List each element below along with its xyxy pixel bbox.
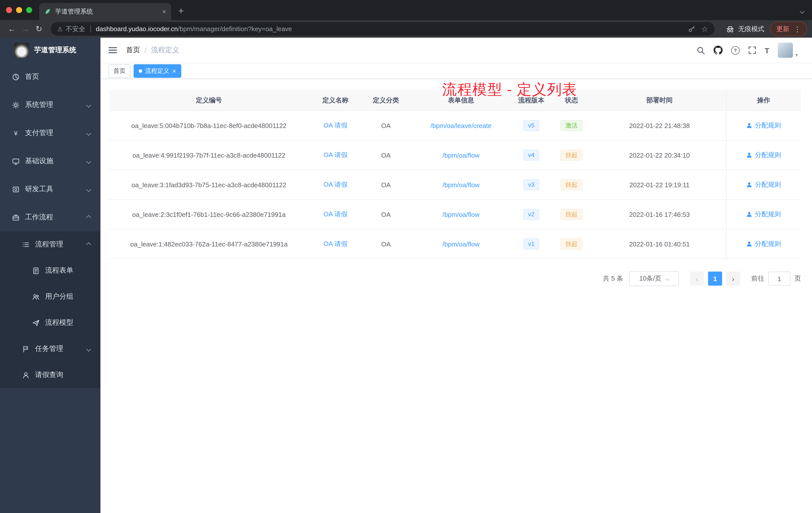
new-tab-button[interactable]: + <box>178 5 184 17</box>
goto-label: 前往 <box>751 274 764 283</box>
form-link[interactable]: /bpm/oa/flow <box>442 181 479 188</box>
sidebar-item-devtools[interactable]: 研发工具 <box>0 175 100 203</box>
breadcrumb-home[interactable]: 首页 <box>126 46 140 55</box>
browser-tab[interactable]: 芋道管理系统 × <box>39 3 171 20</box>
status-badge: 挂起 <box>560 150 582 161</box>
page-size-select[interactable]: 10条/页 <box>629 271 679 286</box>
pagination: 共 5 条 10条/页 ‹ 1 › 前往 页 <box>110 271 801 286</box>
column-header-id: 定义编号 <box>110 90 308 111</box>
sidebar-item-process-management[interactable]: 流程管理 <box>0 232 100 258</box>
chevron-down-icon <box>665 277 670 281</box>
sidebar-item-label: 任务管理 <box>35 344 63 353</box>
sidebar-toggle-icon[interactable] <box>109 47 117 53</box>
address-divider <box>90 25 91 32</box>
sidebar-item-user-group[interactable]: 用户分组 <box>0 283 100 310</box>
prev-page-button[interactable]: ‹ <box>690 272 704 285</box>
app-navbar: 首页 / 流程定义 ? T <box>100 38 812 63</box>
table-row: oa_leave:3:1fad3d93-7b75-11ec-a3c8-acde4… <box>110 170 801 200</box>
github-icon[interactable] <box>714 46 723 55</box>
password-key-icon[interactable] <box>688 25 695 33</box>
sidebar-item-label: 工作流程 <box>25 213 53 222</box>
assign-rule-link[interactable]: 分配规则 <box>747 151 781 160</box>
sidebar-item-home[interactable]: 首页 <box>0 63 100 91</box>
sidebar-item-workflow[interactable]: 工作流程 <box>0 203 100 232</box>
form-link[interactable]: /bpm/oa/flow <box>442 211 479 218</box>
not-secure-label[interactable]: 不安全 <box>66 24 85 33</box>
tab-overflow-chevron-icon[interactable] <box>800 9 805 14</box>
sidebar-item-label: 首页 <box>25 72 39 81</box>
fullscreen-icon[interactable] <box>748 46 756 54</box>
tag-process-definition[interactable]: 流程定义 × <box>134 64 181 78</box>
goto-page-input[interactable] <box>768 272 790 285</box>
assign-rule-link[interactable]: 分配规则 <box>747 239 781 248</box>
definition-name-link[interactable]: OA 请假 <box>323 151 347 159</box>
yen-icon: ¥ <box>12 129 20 137</box>
url-host: dashboard.yudao.iocoder.cn <box>96 25 178 33</box>
reload-button[interactable]: ↻ <box>32 24 46 34</box>
workflow-submenu: 流程管理 流程表单 用户分组 <box>0 232 100 388</box>
sidebar-item-label: 流程表单 <box>45 266 73 275</box>
tag-close-icon[interactable]: × <box>172 67 176 74</box>
tab-title: 芋道管理系统 <box>55 7 158 16</box>
assign-rule-link[interactable]: 分配规则 <box>747 121 781 130</box>
sidebar-item-label: 研发工具 <box>25 185 53 194</box>
tag-home[interactable]: 首页 <box>109 64 130 78</box>
chevron-down-icon <box>86 346 91 351</box>
sidebar-item-label: 流程模型 <box>45 318 73 327</box>
toolbox-icon <box>12 185 20 193</box>
definition-name-link[interactable]: OA 请假 <box>323 210 347 218</box>
definition-table: 定义编号 定义名称 定义分类 表单信息 流程版本 状态 部署时间 操作 oa_l <box>110 90 801 259</box>
minimize-window-button[interactable] <box>16 7 22 13</box>
update-label[interactable]: 更新 <box>776 24 789 33</box>
sidebar-item-label: 支付管理 <box>25 128 53 138</box>
sidebar-item-task-management[interactable]: 任务管理 <box>0 336 100 362</box>
status-badge: 激活 <box>560 120 582 131</box>
chrome-update-button[interactable]: 更新 ⋮ <box>770 22 807 36</box>
version-badge: v2 <box>523 209 539 220</box>
sidebar-item-system[interactable]: 系统管理 <box>0 91 100 119</box>
form-link[interactable]: /bpm/oa/flow <box>442 151 479 159</box>
chevron-down-icon <box>86 159 91 163</box>
chevron-down-icon <box>86 130 91 135</box>
sidebar-item-process-form[interactable]: 流程表单 <box>0 258 100 283</box>
form-link[interactable]: /bpm/oa/flow <box>442 240 479 248</box>
user-avatar[interactable] <box>778 43 793 58</box>
bookmark-star-icon[interactable]: ☆ <box>701 24 708 33</box>
assign-rule-link[interactable]: 分配规则 <box>747 210 781 219</box>
search-icon[interactable] <box>696 46 705 55</box>
next-page-button[interactable]: › <box>726 272 740 285</box>
close-window-button[interactable] <box>6 7 12 13</box>
briefcase-icon <box>12 214 20 221</box>
tab-close-icon[interactable]: × <box>162 8 166 15</box>
page-content: 定义编号 定义名称 定义分类 表单信息 流程版本 状态 部署时间 操作 oa_l <box>100 79 812 286</box>
list-icon <box>22 241 30 248</box>
goto-unit: 页 <box>794 274 801 283</box>
assign-rule-link[interactable]: 分配规则 <box>747 180 781 189</box>
zoom-window-button[interactable] <box>26 7 32 13</box>
sidebar-item-payment[interactable]: ¥ 支付管理 <box>0 119 100 147</box>
forward-button[interactable]: → <box>19 24 32 33</box>
definition-category: OA <box>362 140 409 170</box>
sidebar-item-label: 流程管理 <box>35 240 63 249</box>
sidebar-item-leave-query[interactable]: 请假查询 <box>0 362 100 388</box>
sidebar-item-infrastructure[interactable]: 基础设施 <box>0 147 100 175</box>
column-header-status: 状态 <box>550 90 593 111</box>
definition-name-link[interactable]: OA 请假 <box>323 121 347 129</box>
definition-name-link[interactable]: OA 请假 <box>323 240 347 247</box>
table-header-row: 定义编号 定义名称 定义分类 表单信息 流程版本 状态 部署时间 操作 <box>110 90 801 111</box>
brand: 芋道管理系统 <box>0 38 100 63</box>
definition-name-link[interactable]: OA 请假 <box>323 181 347 188</box>
pagination-total: 共 5 条 <box>603 274 623 283</box>
chevron-down-icon <box>86 187 91 192</box>
address-bar[interactable]: ⚠ 不安全 dashboard.yudao.iocoder.cn/bpm/man… <box>51 22 715 36</box>
browser-menu-icon[interactable]: ⋮ <box>794 25 801 33</box>
user-menu[interactable]: ▾ <box>778 43 798 58</box>
sidebar-item-process-model[interactable]: 流程模型 <box>0 310 100 336</box>
page-number-1[interactable]: 1 <box>708 272 722 285</box>
help-icon[interactable]: ? <box>731 46 740 55</box>
form-link[interactable]: /bpm/oa/leave/create <box>431 122 492 129</box>
definition-id: oa_leave:3:1fad3d93-7b75-11ec-a3c8-acde4… <box>110 170 308 200</box>
deploy-time: 2022-01-22 21:48:38 <box>593 111 726 140</box>
font-size-icon[interactable]: T <box>765 46 769 55</box>
back-button[interactable]: ← <box>5 24 19 33</box>
